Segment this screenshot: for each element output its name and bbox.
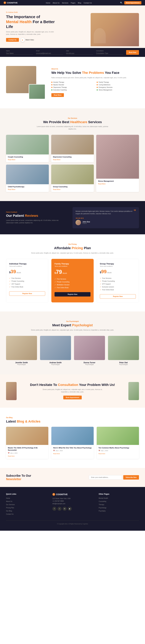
consultation-input[interactable] [96, 52, 123, 54]
footer-page-mental[interactable]: Mental Health [99, 498, 108, 499]
plan-features-group: ✓Free Services ✓Private Counseling ✓ETF … [100, 277, 136, 291]
services-grid: Couple Counseling Read More Depression C… [6, 135, 139, 192]
footer-link-contact[interactable]: Contact Us [6, 513, 13, 515]
service-readmore-stress[interactable]: Read More [98, 183, 105, 185]
footer-address: 123 Street, New York, USA +1 234 567 890… [52, 497, 93, 505]
consultation-field: Consultation [96, 50, 123, 54]
services-description: Lorem ipsum dolor sit amet, consectetur … [35, 126, 110, 130]
service-info-depression: Depression Counseling Read More [51, 154, 94, 162]
footer-link-about[interactable]: About Us [6, 500, 12, 502]
footer-page-psychiatry[interactable]: Psychiatry [99, 510, 106, 512]
facebook-icon[interactable]: f [52, 507, 56, 511]
footer-logo-icon: C [52, 493, 55, 496]
footer-link-pricing[interactable]: Pricing Plan [6, 507, 14, 508]
feature-item: ✓Free Services [54, 278, 91, 280]
blog-section: Our Blog Latest Blog & Articles Master T… [0, 408, 145, 468]
date-label: Date [66, 50, 93, 52]
hero-title: The Importance of Mental Health For a Be… [6, 14, 57, 29]
blog-title: Latest Blog & Articles [6, 419, 139, 424]
email-label: Email [36, 50, 63, 52]
problem-family: Family Therapy [97, 82, 139, 83]
linkedin-icon[interactable]: in [63, 507, 67, 511]
footer-other-pages-list: Mental Health Counseling Therapy Psychol… [99, 497, 139, 512]
contact-us-button[interactable]: Contact Us [6, 38, 19, 42]
newsletter-title: Subscribe To Our Newsletter [6, 474, 31, 481]
service-readmore-group[interactable]: Read More [53, 189, 60, 190]
quote-icon: " [134, 208, 136, 215]
feature-item: ✓Meditation Session [54, 283, 91, 286]
blog-title-2: Here's What No One Tells You About Psych… [53, 447, 92, 449]
service-readmore-child[interactable]: Read More [8, 189, 15, 190]
footer-page-therapy[interactable]: Therapy [99, 504, 104, 506]
psych-description: Donec pede justo, fringilla vel, aliquet… [6, 329, 139, 331]
service-name-depression: Depression Counseling [53, 156, 92, 158]
reviews-title: Our Patient Reviews [6, 214, 66, 218]
nav-blog[interactable]: Blog [78, 2, 81, 4]
service-info-group: Group Counseling Read More [51, 184, 94, 192]
service-info-stress: Stress Management Read More [96, 179, 139, 186]
problems-grid: Anxiety Therapy Family Therapy Bipolar D… [51, 82, 139, 91]
blog-content-1: Master The Skills Of Psychology A Be Suc… [6, 445, 48, 459]
email-input[interactable] [36, 52, 63, 54]
plan-button-family[interactable]: Register Now [54, 292, 91, 296]
feature-item: ✓ETF Support [100, 282, 136, 286]
service-card-group: Group Counseling Read More [51, 164, 94, 192]
search-icon[interactable]: 🔍 [120, 2, 123, 4]
footer-page-counseling[interactable]: Counseling [99, 500, 106, 502]
blog-image-3 [97, 427, 139, 445]
service-name-child: Child Psychotherapy [8, 186, 47, 188]
date-input[interactable] [66, 52, 93, 54]
blog-readmore-3[interactable]: Read More [99, 453, 105, 454]
psych-photo-andrew [40, 336, 71, 360]
about-section: About Us We Help You Solve The Problems … [0, 57, 145, 108]
footer-page-psychology[interactable]: Psychology [99, 507, 106, 508]
calendar-icon: 📅 [8, 452, 9, 454]
psych-card-jennifer: Jennifer Smith Psychologist [6, 336, 37, 365]
review-text: Aenean commodo ligula eget dolor. Aenean… [76, 210, 136, 215]
blog-label: Our Blog [6, 417, 139, 418]
nav-pages[interactable]: Pages [71, 2, 75, 4]
cta-button[interactable]: Book Appointment [63, 396, 82, 400]
nav-contact[interactable]: Contact Us [84, 2, 92, 4]
logo[interactable]: C COGNITIVE [4, 2, 18, 4]
twitter-icon[interactable]: t [58, 507, 61, 511]
services-label: Our Services [6, 118, 139, 119]
nav-services[interactable]: Services [62, 2, 68, 4]
newsletter-email-input[interactable] [89, 475, 122, 480]
about-title: We Help You Solve The Problems You Face [51, 71, 139, 75]
name-input[interactable] [6, 52, 33, 54]
book-now-button[interactable]: Book Now [126, 50, 139, 55]
feature-item: ✓Free Services [9, 277, 45, 280]
hero-description: Donec pede justo, fringilla vel, aliquet… [6, 31, 57, 36]
footer-link-blog[interactable]: Our Blog [6, 510, 12, 512]
footer-link-home[interactable]: Home [6, 498, 10, 499]
book-appointment-button[interactable]: Book Appointment [124, 1, 141, 4]
service-image-group [51, 164, 94, 184]
blog-readmore-1[interactable]: Read More [8, 455, 15, 457]
plan-button-individual[interactable]: Register Now [9, 291, 45, 296]
youtube-icon[interactable]: ▶ [68, 507, 72, 511]
bullet-icon [51, 84, 52, 85]
newsletter-subscribe-button[interactable]: Subscribe Now [123, 475, 139, 480]
hero-section: Dr. Andrew Smith The Importance of Menta… [0, 6, 145, 48]
watch-video-button[interactable]: ▶ Watch Video [21, 38, 34, 42]
nav-about[interactable]: About Us [53, 2, 59, 4]
footer-link-services[interactable]: Our Services [6, 504, 15, 506]
service-readmore-couple[interactable]: Read More [8, 159, 15, 160]
psych-card-donna: Donna Turner Psychologist [74, 336, 105, 365]
blog-readmore-2[interactable]: Read More [53, 453, 60, 454]
service-readmore-depression[interactable]: Read More [53, 159, 60, 160]
logo-text: COGNITIVE [7, 2, 18, 4]
plan-button-group[interactable]: Register Now [100, 294, 136, 299]
service-info-couple: Couple Counseling Read More [6, 154, 49, 162]
psych-role-andrew: Psychologist [40, 364, 71, 365]
blog-image-2 [51, 427, 94, 445]
psych-name-andrew: Andrew Smith [40, 362, 71, 364]
about-read-more-button[interactable]: Read More [51, 93, 64, 97]
watch-label: Watch Video [25, 39, 34, 41]
bullet-icon [97, 84, 98, 85]
nav-home[interactable]: Home [46, 2, 50, 4]
reviews-description: Lorem ipsum dolor sit amet, consectetur … [6, 219, 66, 224]
psych-label: Our Psychologist [6, 320, 139, 322]
problem-bipolar: Bipolar Disorder [51, 84, 94, 86]
